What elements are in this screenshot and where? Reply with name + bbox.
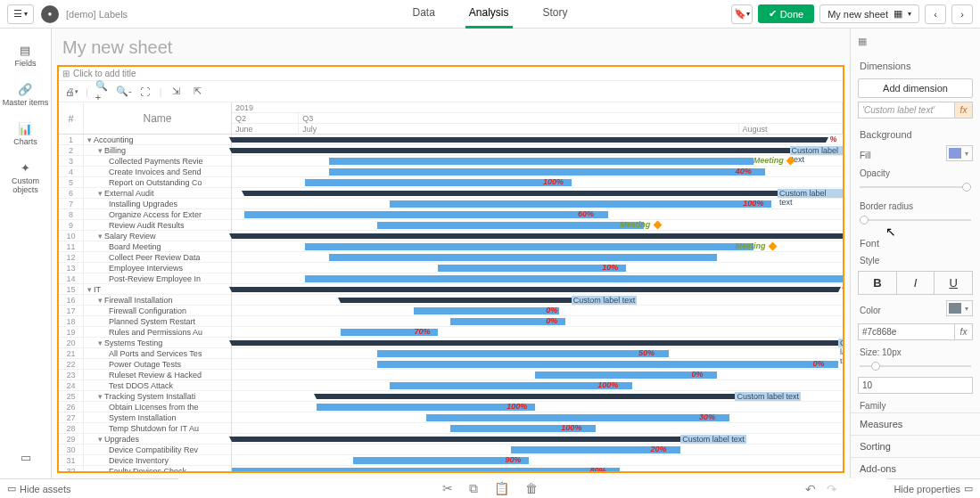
- table-row[interactable]: 15▾IT: [59, 284, 231, 295]
- sorting-section[interactable]: Sorting: [851, 435, 980, 457]
- table-row[interactable]: 8Organize Access for Exter: [59, 209, 231, 220]
- table-row[interactable]: 2▾Billing: [59, 145, 231, 156]
- table-row[interactable]: 19Rules and Permissions Au: [59, 327, 231, 338]
- table-row[interactable]: 24Test DDOS Attack: [59, 380, 231, 391]
- task-bar[interactable]: [317, 404, 535, 411]
- summary-bar[interactable]: [232, 287, 838, 292]
- table-row[interactable]: 6▾External Audit: [59, 188, 231, 199]
- task-bar[interactable]: [377, 361, 838, 368]
- zoom-out-button[interactable]: 🔍-: [117, 85, 131, 99]
- tab-data[interactable]: Data: [408, 0, 438, 29]
- chart-title-placeholder[interactable]: Click to add title: [73, 69, 136, 78]
- sheet-dropdown[interactable]: My new sheet ▦ ▾: [819, 4, 919, 23]
- table-row[interactable]: 28Temp Shutdown for IT Au: [59, 423, 231, 434]
- table-row[interactable]: 23Ruleset Review & Hacked: [59, 370, 231, 380]
- task-bar[interactable]: [353, 457, 529, 464]
- table-row[interactable]: 3Collected Payments Revie: [59, 156, 231, 167]
- opacity-slider[interactable]: [860, 182, 971, 192]
- table-row[interactable]: 30Device Compatibility Rev: [59, 445, 231, 455]
- expand-icon[interactable]: ▾: [98, 392, 103, 401]
- summary-bar[interactable]: [232, 233, 843, 239]
- table-row[interactable]: 18Planned System Restart: [59, 316, 231, 327]
- summary-bar[interactable]: [317, 394, 778, 399]
- table-row[interactable]: 4Create Invoices and Send: [59, 167, 231, 177]
- expand-icon[interactable]: ▾: [87, 285, 92, 294]
- table-row[interactable]: 26Obtain LIcenses from the: [59, 402, 231, 412]
- menu-button[interactable]: [7, 4, 34, 24]
- table-row[interactable]: 7Installing Upgrades: [59, 199, 231, 209]
- fx-button[interactable]: fx: [955, 102, 973, 118]
- task-bar[interactable]: [305, 179, 572, 186]
- task-bar[interactable]: [329, 158, 754, 165]
- table-row[interactable]: 11Board Meeting: [59, 241, 231, 252]
- task-bar[interactable]: [305, 243, 754, 250]
- table-row[interactable]: 9Review Audit Results: [59, 220, 231, 231]
- bookmark-button[interactable]: 🔖▾: [731, 4, 753, 24]
- table-row[interactable]: 32Faulty Devices Check: [59, 466, 231, 471]
- summary-bar[interactable]: [232, 437, 717, 442]
- bold-button[interactable]: B: [859, 272, 897, 294]
- expand-icon[interactable]: ▾: [98, 189, 103, 198]
- task-bar[interactable]: [232, 468, 620, 471]
- task-bar[interactable]: [535, 371, 717, 379]
- collapse-all-button[interactable]: ⇱: [191, 85, 205, 99]
- done-button[interactable]: ✔ Done: [758, 4, 814, 23]
- expand-all-button[interactable]: ⇲: [169, 85, 184, 99]
- summary-bar[interactable]: [244, 191, 827, 196]
- summary-bar[interactable]: [232, 148, 790, 153]
- fit-button[interactable]: ⛶: [138, 85, 152, 99]
- table-row[interactable]: 12Collect Peer Review Data: [59, 252, 231, 263]
- prev-sheet-button[interactable]: ‹: [925, 4, 946, 24]
- task-bar[interactable]: [438, 265, 626, 272]
- task-bar[interactable]: [329, 168, 766, 176]
- table-row[interactable]: 16▾Firewall Installation: [59, 295, 231, 306]
- expand-icon[interactable]: ▾: [98, 435, 103, 444]
- expand-icon[interactable]: ▾: [98, 296, 103, 305]
- font-color-fx-button[interactable]: fx: [955, 323, 973, 340]
- table-row[interactable]: 20▾Systems Testing: [59, 338, 231, 348]
- table-row[interactable]: 14Post-Review Employee In: [59, 273, 231, 284]
- expand-icon[interactable]: ▾: [87, 135, 92, 144]
- task-bar[interactable]: [390, 382, 632, 389]
- assets-master-items[interactable]: 🔗 Master items: [1, 75, 51, 114]
- table-row[interactable]: 21All Ports and Services Tes: [59, 348, 231, 359]
- table-row[interactable]: 27System Installation: [59, 412, 231, 423]
- assets-fields[interactable]: ▤ Fields: [12, 36, 37, 75]
- table-row[interactable]: 29▾Upgrades: [59, 434, 231, 445]
- tab-story[interactable]: Story: [539, 0, 572, 29]
- table-row[interactable]: 5Report on Outstanding Co: [59, 177, 231, 188]
- underline-button[interactable]: U: [935, 272, 972, 294]
- font-color-input[interactable]: #7c868e: [858, 323, 955, 340]
- add-dimension-button[interactable]: Add dimension: [858, 78, 973, 98]
- next-sheet-button[interactable]: ›: [951, 4, 973, 24]
- table-row[interactable]: 22Power Outage Tests: [59, 359, 231, 370]
- assets-charts[interactable]: 📊 Charts: [12, 114, 39, 153]
- expand-icon[interactable]: ▾: [98, 232, 103, 241]
- print-button[interactable]: 🖨▾: [64, 85, 78, 99]
- task-bar[interactable]: [244, 211, 608, 218]
- table-row[interactable]: 31Device Inventory: [59, 455, 231, 466]
- task-bar[interactable]: [305, 275, 843, 282]
- zoom-in-button[interactable]: 🔍+: [95, 85, 110, 99]
- expand-icon[interactable]: ▾: [98, 339, 103, 347]
- size-input[interactable]: 10: [858, 377, 973, 394]
- italic-button[interactable]: I: [897, 272, 935, 294]
- border-radius-slider[interactable]: [860, 215, 971, 225]
- expand-icon[interactable]: ▾: [98, 146, 103, 155]
- sheet-title-input[interactable]: My new sheet: [57, 34, 844, 61]
- font-color-picker[interactable]: ▾: [946, 300, 973, 316]
- measures-section[interactable]: Measures: [851, 412, 980, 435]
- addons-section[interactable]: Add-ons: [851, 457, 980, 478]
- table-row[interactable]: 13Employee Interviews: [59, 263, 231, 273]
- table-row[interactable]: 1▾Accounting: [59, 135, 231, 145]
- gantt-chart-object[interactable]: ⊞ Click to add title 🖨▾ | 🔍+ 🔍- ⛶ | ⇲ ⇱ …: [57, 65, 844, 473]
- task-bar[interactable]: [329, 254, 717, 261]
- task-bar[interactable]: [414, 307, 559, 314]
- assets-collapse[interactable]: ▭: [17, 443, 35, 471]
- assets-custom-objects[interactable]: ✦ Custom objects: [0, 153, 51, 201]
- tab-analysis[interactable]: Analysis: [465, 0, 513, 29]
- summary-bar[interactable]: [232, 340, 843, 346]
- size-slider[interactable]: [860, 361, 971, 371]
- fill-color-picker[interactable]: ▾: [946, 145, 973, 161]
- dimension-expression-input[interactable]: 'Custom label text': [858, 102, 955, 118]
